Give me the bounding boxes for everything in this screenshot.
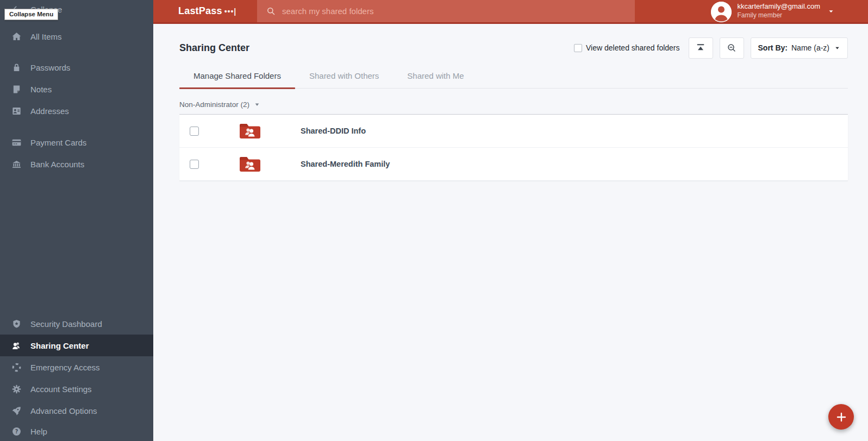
triangle-down-icon — [254, 102, 260, 108]
sort-by-value: Name (a-z) — [791, 43, 829, 52]
collapse-all-icon — [695, 42, 706, 53]
sidebar: Collapse All Items Passwords Notes Addre… — [0, 0, 153, 441]
account-role: Family member — [737, 11, 820, 20]
sidebar-item-label: All Items — [30, 32, 62, 41]
chevron-down-icon — [828, 8, 834, 15]
main-column: LastPass •••| kkcarterfamily@gmail.com F… — [153, 0, 868, 441]
tab-shared-with-others[interactable]: Shared with Others — [295, 66, 393, 88]
shared-folder-name: Shared-DDID Info — [301, 127, 366, 135]
shared-folder-row[interactable]: Shared-Meredith Family — [179, 148, 848, 181]
group-header-non-administrator[interactable]: Non-Administrator (2) — [179, 100, 848, 115]
sidebar-item-payment-cards[interactable]: Payment Cards — [0, 131, 153, 153]
address-card-icon — [11, 105, 22, 117]
group-label: Non-Administrator (2) — [179, 100, 249, 109]
tab-manage-shared-folders[interactable]: Manage Shared Folders — [179, 66, 295, 88]
sidebar-item-label: Sharing Center — [30, 341, 89, 350]
svg-text:?: ? — [15, 429, 18, 434]
folder-checkbox[interactable] — [190, 160, 199, 169]
shared-folder-icon — [238, 155, 262, 173]
life-ring-icon — [11, 362, 22, 373]
rocket-icon — [11, 405, 22, 417]
sidebar-item-all-items[interactable]: All Items — [0, 26, 153, 47]
sidebar-item-label: Advanced Options — [30, 406, 97, 415]
account-email: kkcarterfamily@gmail.com — [737, 2, 820, 11]
search-input[interactable] — [257, 0, 635, 22]
sidebar-item-label: Help — [30, 427, 47, 436]
sidebar-spacer — [0, 122, 153, 131]
shared-folder-name: Shared-Meredith Family — [301, 160, 390, 168]
credit-card-icon — [11, 137, 22, 148]
folder-checkbox[interactable] — [190, 127, 199, 136]
zoom-out-icon — [726, 42, 737, 53]
sidebar-item-label: Addresses — [30, 106, 69, 116]
shield-star-icon — [11, 318, 22, 330]
sort-by-label: Sort By: — [758, 43, 788, 52]
sidebar-spacer — [0, 47, 153, 56]
sidebar-item-passwords[interactable]: Passwords — [0, 56, 153, 78]
content-area: Sharing Center View deleted shared folde… — [153, 24, 868, 441]
gear-icon — [11, 383, 22, 395]
sidebar-item-advanced-options[interactable]: Advanced Options — [0, 400, 153, 421]
tab-shared-with-me[interactable]: Shared with Me — [393, 66, 478, 88]
sidebar-item-security-dashboard[interactable]: Security Dashboard — [0, 313, 153, 335]
sidebar-item-label: Passwords — [30, 63, 70, 72]
sidebar-item-account-settings[interactable]: Account Settings — [0, 378, 153, 400]
sidebar-item-bank-accounts[interactable]: Bank Accounts — [0, 153, 153, 175]
header-controls: View deleted shared folders Sort By: Nam… — [574, 37, 848, 59]
note-icon — [11, 84, 22, 95]
view-deleted-toggle[interactable]: View deleted shared folders — [574, 43, 680, 52]
sidebar-item-label: Account Settings — [30, 385, 92, 394]
shared-folder-icon — [238, 122, 262, 140]
sidebar-item-label: Security Dashboard — [30, 319, 102, 329]
bank-icon — [11, 159, 22, 170]
zoom-out-button[interactable] — [720, 37, 744, 59]
caret-down-icon — [834, 45, 840, 51]
lock-icon — [11, 62, 22, 73]
account-text: kkcarterfamily@gmail.com Family member — [737, 2, 820, 20]
view-deleted-checkbox[interactable] — [574, 44, 582, 52]
collapse-all-button[interactable] — [689, 37, 713, 59]
lastpass-vault-page: Collapse All Items Passwords Notes Addre… — [0, 0, 868, 441]
sidebar-item-label: Notes — [30, 85, 52, 94]
add-shared-folder-button[interactable] — [828, 404, 854, 430]
plus-icon — [835, 411, 848, 424]
sidebar-item-label: Bank Accounts — [30, 160, 84, 169]
sidebar-item-label: Payment Cards — [30, 138, 86, 147]
logo-dots-icon: •••| — [224, 7, 237, 16]
sort-by-dropdown[interactable]: Sort By: Name (a-z) — [751, 37, 848, 59]
home-icon — [11, 31, 22, 42]
view-deleted-label: View deleted shared folders — [586, 43, 680, 52]
sidebar-bottom-group: Security Dashboard Sharing Center Emerge… — [0, 313, 153, 441]
sidebar-item-notes[interactable]: Notes — [0, 78, 153, 100]
page-title: Sharing Center — [179, 42, 249, 54]
sidebar-item-help[interactable]: ? Help — [0, 421, 153, 441]
search-icon — [266, 6, 276, 16]
content-header: Sharing Center View deleted shared folde… — [179, 37, 848, 59]
sidebar-item-sharing-center[interactable]: Sharing Center — [0, 335, 153, 356]
people-icon — [11, 340, 22, 351]
shared-folder-list: Shared-DDID Info Shared-Meredith Family — [179, 115, 848, 181]
tab-bar: Manage Shared Folders Shared with Others… — [179, 66, 848, 89]
lastpass-logo: LastPass •••| — [153, 0, 257, 22]
collapse-menu-tooltip: Collapse Menu — [4, 9, 58, 20]
sidebar-item-label: Emergency Access — [30, 363, 100, 372]
search-bar — [257, 0, 635, 22]
sidebar-item-emergency-access[interactable]: Emergency Access — [0, 356, 153, 378]
topbar: LastPass •••| kkcarterfamily@gmail.com F… — [153, 0, 868, 24]
question-circle-icon: ? — [11, 426, 22, 437]
person-icon — [711, 2, 732, 22]
sidebar-item-addresses[interactable]: Addresses — [0, 100, 153, 122]
account-menu[interactable]: kkcarterfamily@gmail.com Family member — [711, 0, 868, 22]
logo-text: LastPass — [178, 5, 222, 17]
avatar — [711, 2, 732, 22]
shared-folder-row[interactable]: Shared-DDID Info — [179, 115, 848, 148]
